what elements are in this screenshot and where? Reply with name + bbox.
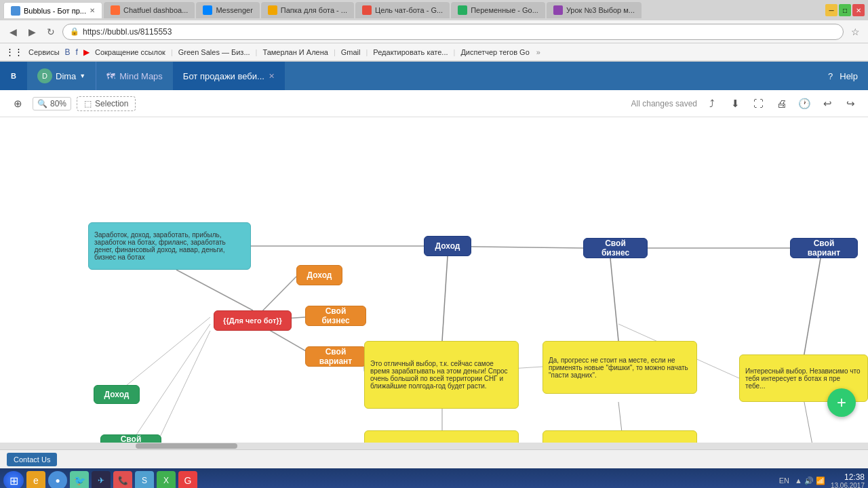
node-dohod-blue1[interactable]: Доход [424, 236, 471, 256]
mindmaps-icon: 🗺 [106, 71, 115, 81]
excel-icon: X [163, 476, 169, 485]
back-button[interactable]: ◀ [5, 24, 20, 39]
redo-button[interactable]: ↪ [841, 94, 860, 113]
lock-icon: 🔒 [70, 27, 79, 36]
svg-line-11 [804, 399, 823, 449]
bookmark-vk-icon[interactable]: В [65, 47, 71, 57]
reload-button[interactable]: ↻ [43, 24, 58, 39]
url-input[interactable]: 🔒 https://bubbl.us/8115553 [62, 24, 844, 40]
node-yellow-text1[interactable]: Это отличный выбор, т.к. сейчас самое вр… [364, 341, 519, 409]
svg-line-19 [130, 324, 210, 444]
user-dropdown-icon: ▼ [79, 73, 85, 79]
print-button[interactable]: 🖨 [772, 94, 791, 113]
start-button[interactable]: ⊞ [3, 471, 24, 488]
contact-us-button[interactable]: Contact Us [7, 453, 57, 466]
node-svoi-variant-blue1[interactable]: Свой вариант [790, 238, 858, 258]
node-dohod-orange[interactable]: Доход [296, 265, 342, 285]
selection-icon: ⬚ [84, 99, 92, 108]
svg-line-18 [115, 317, 210, 394]
taskbar-viber-icon[interactable]: 📞 [113, 471, 132, 488]
app-user-menu[interactable]: D Dima ▼ [27, 62, 96, 90]
more-bookmarks[interactable]: » [536, 48, 540, 56]
tab-lesson[interactable]: Урок №3 Выбор м... [547, 2, 642, 18]
bookmark-sokr[interactable]: Сокращение ссылок [95, 48, 165, 56]
bookmark-greensales[interactable]: Green Sales — Биз... [178, 48, 250, 56]
tab-bubblus[interactable]: Bubblus - Бот пр... ✕ [3, 2, 102, 18]
app-header: B D Dima ▼ 🗺 Mind Maps Бот продажи веби.… [0, 62, 868, 90]
history-button[interactable]: 🕐 [795, 94, 814, 113]
bookmark-servisy[interactable]: Сервисы [28, 48, 60, 56]
tab-label-bubblus: Bubblus - Бот пр... [24, 7, 86, 15]
forward-button[interactable]: ▶ [24, 24, 39, 39]
app-right-controls: ? Help [818, 71, 868, 81]
share-button[interactable]: ⤴ [703, 94, 722, 113]
tab-close-bubblus[interactable]: ✕ [90, 7, 95, 14]
taskbar: ⊞ e ● 🐦 ✈ 📞 S X G EN ▲ 🔊 📶 12:38 13.06.2… [0, 468, 868, 488]
status-bar: Contact Us [0, 449, 868, 468]
selection-tool[interactable]: ⬚ Selection [77, 96, 136, 111]
tab-label-target: Цель чат-бота - G... [375, 6, 443, 14]
bookmark-apps-icon: ⋮⋮ [5, 47, 23, 57]
user-name: Dima [56, 71, 76, 81]
node-dohod-green[interactable]: Доход [94, 385, 140, 404]
close-button[interactable]: ✕ [852, 4, 865, 16]
canvas[interactable]: Заработок, доход, заработать, прибыль, з… [0, 117, 868, 449]
taskbar-chrome-icon[interactable]: ● [48, 471, 67, 488]
node-yellow-text2[interactable]: Да, прогресс не стоит на месте, если не … [542, 341, 697, 394]
tab-favicon-variables [458, 5, 467, 15]
fullscreen-button[interactable]: ⛶ [749, 94, 768, 113]
tab-folder[interactable]: Папка для бота - ... [261, 2, 354, 18]
taskbar-ie-icon[interactable]: e [26, 471, 45, 488]
taskbar-right: EN ▲ 🔊 📶 12:38 13.06.2017 [779, 472, 865, 489]
tab-favicon-lesson [553, 5, 563, 15]
url-text: https://bubbl.us/8115553 [83, 27, 172, 37]
telegram-icon: ✈ [98, 476, 104, 485]
tab-chatfuel[interactable]: Chatfuel dashboa... [104, 2, 195, 18]
taskbar-tg-icon[interactable]: ✈ [92, 471, 111, 488]
tab-bot-close[interactable]: ✕ [269, 72, 275, 81]
bookmark-redaktirovat[interactable]: Редактировать кате... [373, 48, 448, 56]
node-svoi-variant-orange[interactable]: Свой вариант [305, 346, 366, 367]
mindmaps-label: Mind Maps [119, 71, 163, 81]
bookmarks-bar: ⋮⋮ Сервисы В f ▶ Сокращение ссылок | Gre… [0, 43, 868, 61]
new-tab-button[interactable]: ⊕ [8, 94, 27, 113]
bookmark-fb-icon[interactable]: f [76, 47, 78, 57]
tab-variables[interactable]: Переменные - Go... [451, 2, 545, 18]
undo-button[interactable]: ↩ [818, 94, 837, 113]
window-controls: ─ □ ✕ [825, 4, 865, 16]
zoom-control[interactable]: 🔍 80% [33, 97, 71, 110]
saved-status: All changes saved [631, 99, 697, 108]
toolbar-actions: ⤴ ⬇ ⛶ 🖨 🕐 ↩ ↪ [703, 94, 860, 113]
download-button[interactable]: ⬇ [726, 94, 745, 113]
bookmark-gmail[interactable]: Gmail [341, 48, 361, 56]
scrollbar-thumb[interactable] [136, 443, 237, 449]
bookmark-sep4: | [366, 48, 368, 56]
avatar: D [37, 68, 52, 83]
tab-target[interactable]: Цель чат-бота - G... [355, 2, 450, 18]
bird-icon: 🐦 [74, 475, 85, 486]
bookmark-gtm[interactable]: Диспетчер тегов Go [460, 48, 529, 56]
svg-line-20 [134, 331, 210, 449]
node-svoi-biznes-blue1[interactable]: Свой бизнес [583, 238, 648, 258]
tab-favicon-target [362, 5, 372, 15]
taskbar-search-icon2[interactable]: G [178, 471, 197, 488]
bookmark-tamerlан[interactable]: Тамерлан И Алена [262, 48, 328, 56]
horizontal-scrollbar[interactable] [0, 443, 868, 449]
taskbar-bird-icon[interactable]: 🐦 [70, 471, 89, 488]
taskbar-skype-icon[interactable]: S [135, 471, 154, 488]
maximize-button[interactable]: □ [839, 4, 851, 16]
node-dlya-chego-bot[interactable]: {{Для чего бот}} [214, 310, 292, 331]
keyword-box[interactable]: Заработок, доход, заработать, прибыль, з… [88, 222, 251, 270]
bookmark-yt-icon[interactable]: ▶ [83, 47, 90, 57]
app-logo-text: B [11, 72, 16, 80]
extensions-button[interactable]: ☆ [848, 24, 863, 39]
help-label: Help [840, 71, 858, 81]
add-node-fab[interactable]: + [827, 388, 856, 417]
tab-bot-prodazhi[interactable]: Бот продажи веби... ✕ [173, 62, 285, 90]
tab-bar: Bubblus - Бот пр... ✕ Chatfuel dashboa..… [0, 0, 868, 20]
taskbar-excel-icon[interactable]: X [157, 471, 176, 488]
minimize-button[interactable]: ─ [825, 4, 837, 16]
node-svoi-biznes-orange[interactable]: Свой бизнес [305, 306, 366, 326]
tab-mindmaps[interactable]: 🗺 Mind Maps [96, 62, 173, 90]
tab-messenger[interactable]: Messenger [196, 2, 259, 18]
